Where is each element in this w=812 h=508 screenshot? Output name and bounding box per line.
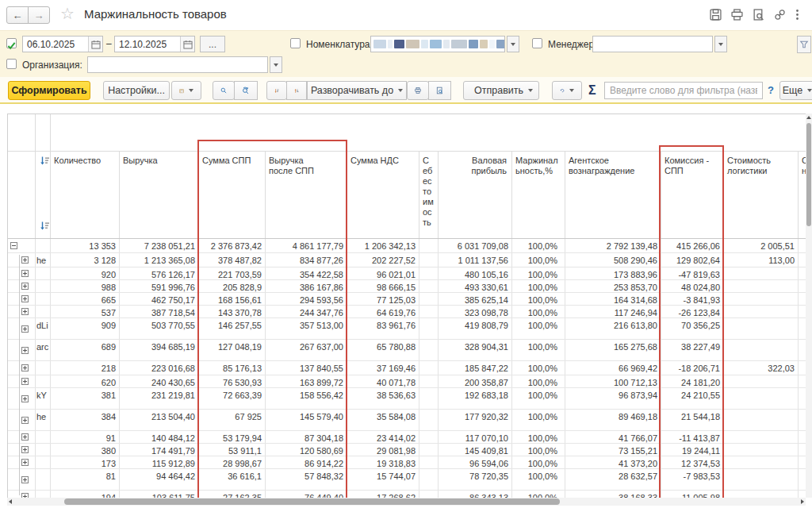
cell-logistics-cost[interactable]: 113,00 xyxy=(724,253,799,267)
cell-gross-profit[interactable]: 1 011 137,56 xyxy=(439,253,512,267)
find-next-button[interactable] xyxy=(234,81,258,100)
nomenclature-checkbox[interactable] xyxy=(290,38,301,48)
cell-logistics-cost[interactable] xyxy=(724,388,799,409)
cell-logistics-cost[interactable] xyxy=(724,444,799,456)
cell-gross-profit[interactable]: 192 683,18 xyxy=(439,388,512,409)
cell-spp-sum[interactable]: 168 156,61 xyxy=(199,293,266,305)
cell-cost[interactable] xyxy=(419,253,439,267)
cell-vat-sum[interactable]: 65 780,88 xyxy=(347,340,419,360)
organization-dropdown-button[interactable] xyxy=(270,56,282,73)
cell-margin-percent[interactable]: 100,0% xyxy=(512,361,565,375)
sum-sigma-button[interactable]: Σ xyxy=(588,83,596,98)
cell-cost[interactable] xyxy=(419,293,439,305)
cell-logistics-cost[interactable]: 322,03 xyxy=(724,361,799,375)
organization-checkbox[interactable] xyxy=(6,59,17,69)
cell-commission-spp[interactable]: 19 244,11 xyxy=(661,444,724,456)
cell-gross-profit[interactable]: 200 358,87 xyxy=(439,375,512,387)
cell-agent-fee[interactable]: 173 883,96 xyxy=(565,267,661,279)
cell-commission-spp[interactable]: 12 374,53 xyxy=(661,456,724,468)
cell-item-name[interactable]: he xyxy=(36,253,51,267)
cell-logistics-cost[interactable] xyxy=(724,375,799,387)
period-checkbox[interactable] xyxy=(6,38,17,48)
cell-margin-percent[interactable]: 100,0% xyxy=(512,280,565,292)
cell-agent-fee[interactable]: 89 469,18 xyxy=(565,410,661,430)
expand-levels-button[interactable] xyxy=(266,81,287,100)
cell-item-name[interactable] xyxy=(36,375,51,387)
expand-to-button[interactable]: Разворачивать до xyxy=(307,81,407,100)
cell-commission-spp[interactable]: -18 206,71 xyxy=(661,361,724,375)
cell-quantity[interactable]: 920 xyxy=(51,267,120,279)
cell-item-name[interactable] xyxy=(36,280,51,292)
table-row[interactable]: 988 591 996,76 205 828,9 386 167,86 98 6… xyxy=(8,280,806,293)
menu-kebab-icon[interactable] xyxy=(795,9,799,21)
cell-spp-sum[interactable]: 67 925 xyxy=(199,410,266,430)
cell-revenue-after-spp[interactable]: 834 877,26 xyxy=(266,253,347,267)
row-expander-icon[interactable] xyxy=(10,242,17,249)
cell-revenue[interactable]: 394 685,19 xyxy=(120,340,199,360)
row-expander-icon[interactable] xyxy=(21,378,29,385)
row-expander-icon[interactable] xyxy=(21,295,29,302)
cell-gross-profit[interactable]: 145 409,81 xyxy=(439,444,512,456)
cell-revenue[interactable]: 503 770,55 xyxy=(120,318,199,339)
row-expander-icon[interactable] xyxy=(21,446,29,453)
manager-input[interactable] xyxy=(592,36,713,52)
cell-spp-sum[interactable]: 146 257,55 xyxy=(199,318,266,339)
scroll-up-arrow[interactable] xyxy=(806,116,811,119)
row-expander-icon[interactable] xyxy=(21,308,29,315)
cell-spp-sum[interactable]: 205 828,9 xyxy=(199,280,266,292)
cell-item-name[interactable] xyxy=(36,469,51,490)
cell-commission-spp[interactable]: 70 356,25 xyxy=(661,318,724,339)
table-row[interactable]: 218 223 016,68 85 176,13 137 840,55 37 1… xyxy=(8,361,806,375)
cell-cost[interactable] xyxy=(419,280,439,292)
cell-revenue[interactable]: 387 718,54 xyxy=(120,306,199,318)
table-row[interactable]: he 3 128 1 213 365,08 378 487,82 834 877… xyxy=(8,253,806,267)
cell-quantity[interactable]: 81 xyxy=(51,469,120,490)
cell-margin-percent[interactable]: 100,0% xyxy=(512,340,565,360)
column-header-cost[interactable]: С еб ес то им ос ть xyxy=(419,152,439,238)
cell-cost[interactable] xyxy=(419,267,439,279)
link-icon[interactable] xyxy=(774,9,786,21)
cell-logistics-cost[interactable] xyxy=(724,469,799,490)
cell-vat-sum[interactable]: 37 169,46 xyxy=(347,361,419,375)
cell-vat-sum[interactable]: 40 071,78 xyxy=(347,375,419,387)
cell-vat-sum[interactable]: 19 318,83 xyxy=(347,456,419,468)
column-header-quantity[interactable]: Количество xyxy=(51,152,120,238)
cell-margin-percent[interactable]: 100,0% xyxy=(512,444,565,456)
cell-gross-profit[interactable]: 385 625,14 xyxy=(439,293,512,305)
column-header-spp-sum[interactable]: Сумма СПП xyxy=(199,152,266,238)
table-row[interactable]: arc 689 394 685,19 127 048,19 267 637,00… xyxy=(8,340,806,361)
table-row[interactable]: 91 140 484,12 53 179,94 87 304,18 23 414… xyxy=(8,431,806,444)
cell-gross-profit[interactable]: 78 720,35 xyxy=(439,469,512,490)
quick-filter-input[interactable] xyxy=(604,82,763,99)
cell-spp-sum[interactable]: 53 911,1 xyxy=(199,444,266,456)
save-icon[interactable] xyxy=(710,9,722,21)
cell-gross-profit[interactable]: 185 847,22 xyxy=(439,361,512,375)
column-header-gross-profit[interactable]: Валовая прибыль xyxy=(439,152,512,238)
cell-commission-spp[interactable]: 415 266,06 xyxy=(661,239,724,252)
cell-logistics-cost[interactable] xyxy=(724,293,799,305)
cell-margin-percent[interactable]: 100,0% xyxy=(512,375,565,387)
cell-cost[interactable] xyxy=(419,456,439,468)
cell-logistics-cost[interactable] xyxy=(724,410,799,430)
cell-revenue[interactable]: 7 238 051,21 xyxy=(120,239,199,252)
forward-button[interactable]: → xyxy=(28,6,50,24)
cell-commission-spp[interactable]: 48 024,80 xyxy=(661,280,724,292)
row-expander-icon[interactable] xyxy=(21,325,29,333)
cell-agent-fee[interactable]: 2 792 139,48 xyxy=(565,239,661,252)
column-header-agent-fee[interactable]: Агентское вознаграждение xyxy=(565,152,661,238)
cell-agent-fee[interactable]: 117 246,94 xyxy=(565,306,661,318)
cell-vat-sum[interactable]: 35 584,08 xyxy=(347,410,419,430)
report-variant-button[interactable] xyxy=(171,81,201,100)
favorite-star-icon[interactable]: ☆ xyxy=(60,5,75,22)
cell-item-name[interactable] xyxy=(36,306,51,318)
row-expander-icon[interactable] xyxy=(21,417,29,424)
cell-revenue-after-spp[interactable]: 354 422,58 xyxy=(266,267,347,279)
cell-item-name[interactable] xyxy=(36,431,51,443)
table-row[interactable]: 81 94 464,42 36 616,1 57 848,32 15 744,0… xyxy=(8,469,806,491)
cell-margin-percent[interactable]: 100,0% xyxy=(512,410,565,430)
cell-logistics-cost[interactable] xyxy=(724,267,799,279)
cell-cost[interactable] xyxy=(419,318,439,339)
cell-gross-profit[interactable]: 493 330,61 xyxy=(439,280,512,292)
cell-gross-profit[interactable]: 117 070,10 xyxy=(439,431,512,443)
column-header-revenue[interactable]: Выручка xyxy=(120,152,199,238)
